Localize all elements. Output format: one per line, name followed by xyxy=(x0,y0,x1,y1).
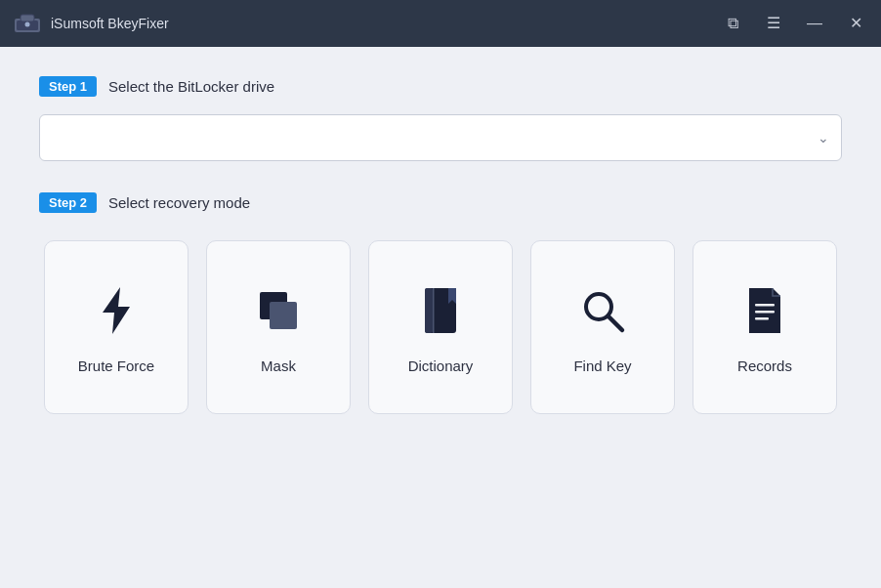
svg-rect-6 xyxy=(270,302,297,329)
chevron-down-icon: ⌄ xyxy=(818,130,829,146)
window-controls: ⧉ ☰ — ✕ xyxy=(721,12,867,35)
document-icon xyxy=(735,281,794,340)
app-title: iSumsoft BkeyFixer xyxy=(51,16,721,31)
mode-cards: Brute Force Mask xyxy=(39,240,842,414)
mask-icon xyxy=(249,281,308,340)
drive-select-wrapper[interactable]: ⌄ xyxy=(39,114,842,161)
step2-badge: Step 2 xyxy=(39,192,97,213)
brute-force-label: Brute Force xyxy=(78,357,154,374)
svg-rect-13 xyxy=(755,304,775,307)
main-content: Step 1 Select the BitLocker drive ⌄ Step… xyxy=(0,47,881,588)
search-icon xyxy=(573,281,632,340)
step1-row: Step 1 Select the BitLocker drive xyxy=(39,76,842,97)
dictionary-label: Dictionary xyxy=(408,357,474,374)
svg-rect-9 xyxy=(433,288,435,333)
book-icon xyxy=(411,281,470,340)
titlebar: iSumsoft BkeyFixer ⧉ ☰ — ✕ xyxy=(0,0,881,47)
minimize-button[interactable]: — xyxy=(803,12,826,35)
mode-card-mask[interactable]: Mask xyxy=(206,240,351,414)
records-label: Records xyxy=(737,357,792,374)
find-key-label: Find Key xyxy=(573,357,631,374)
svg-rect-2 xyxy=(21,15,34,21)
close-button[interactable]: ✕ xyxy=(844,12,867,35)
svg-rect-15 xyxy=(755,317,769,320)
svg-rect-14 xyxy=(755,311,775,314)
svg-rect-8 xyxy=(425,288,433,333)
lightning-icon xyxy=(87,281,146,340)
mode-card-brute-force[interactable]: Brute Force xyxy=(44,240,189,414)
step1-badge: Step 1 xyxy=(39,76,97,97)
external-link-button[interactable]: ⧉ xyxy=(721,12,744,35)
mask-label: Mask xyxy=(261,357,296,374)
step2-row: Step 2 Select recovery mode xyxy=(39,192,842,213)
step2-text: Select recovery mode xyxy=(108,194,250,211)
mode-card-records[interactable]: Records xyxy=(692,240,837,414)
mode-card-dictionary[interactable]: Dictionary xyxy=(368,240,513,414)
menu-button[interactable]: ☰ xyxy=(762,12,785,35)
svg-point-3 xyxy=(25,22,30,27)
app-icon xyxy=(14,10,41,37)
svg-line-12 xyxy=(608,316,622,330)
mode-card-find-key[interactable]: Find Key xyxy=(530,240,675,414)
svg-marker-4 xyxy=(103,287,130,334)
drive-select[interactable] xyxy=(52,130,818,146)
step1-text: Select the BitLocker drive xyxy=(108,78,274,95)
